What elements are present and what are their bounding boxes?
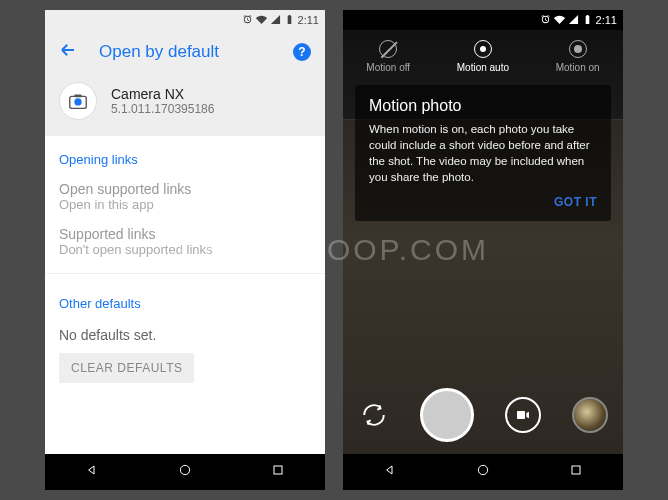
- status-time: 2:11: [298, 14, 319, 26]
- nav-bar: [45, 454, 325, 490]
- tooltip-body: When motion is on, each photo you take c…: [369, 121, 597, 185]
- alarm-icon: [540, 14, 551, 27]
- motion-auto-tab[interactable]: Motion auto: [457, 40, 509, 73]
- svg-point-5: [478, 465, 487, 474]
- opening-links-section: Opening links: [59, 136, 311, 177]
- page-title: Open by default: [99, 42, 271, 62]
- motion-on-icon: [569, 40, 587, 58]
- no-defaults-text: No defaults set.: [59, 321, 311, 353]
- app-name: Camera NX: [111, 86, 214, 102]
- motion-tabs: Motion off Motion auto Motion on: [343, 30, 623, 79]
- svg-point-0: [74, 98, 81, 105]
- nav-home-icon[interactable]: [475, 462, 491, 482]
- divider: [45, 273, 325, 274]
- tab-label: Motion off: [366, 62, 410, 73]
- nav-recents-icon[interactable]: [270, 462, 286, 482]
- nav-back-icon[interactable]: [382, 462, 398, 482]
- pref-title: Supported links: [59, 226, 311, 242]
- other-defaults-section: Other defaults: [59, 280, 311, 321]
- camera-controls: [343, 376, 623, 454]
- nav-back-icon[interactable]: [84, 462, 100, 482]
- gallery-thumbnail[interactable]: [572, 397, 608, 433]
- alarm-icon: [242, 14, 253, 27]
- battery-icon: [284, 14, 295, 27]
- motion-auto-icon: [474, 40, 492, 58]
- supported-links[interactable]: Supported links Don't open supported lin…: [59, 222, 311, 267]
- battery-icon: [582, 14, 593, 27]
- tab-label: Motion on: [556, 62, 600, 73]
- settings-content: Opening links Open supported links Open …: [45, 136, 325, 454]
- status-bar: 2:11: [343, 10, 623, 30]
- status-time: 2:11: [596, 14, 617, 26]
- svg-rect-2: [74, 95, 81, 98]
- camera-viewfinder[interactable]: Motion off Motion auto Motion on Motion …: [343, 30, 623, 454]
- wifi-icon: [554, 14, 565, 27]
- app-info-header: Camera NX 5.1.011.170395186: [45, 74, 325, 136]
- svg-rect-4: [274, 466, 282, 474]
- nav-recents-icon[interactable]: [568, 462, 584, 482]
- got-it-button[interactable]: GOT IT: [369, 195, 597, 209]
- video-mode-button[interactable]: [505, 397, 541, 433]
- svg-point-3: [180, 465, 189, 474]
- open-supported-links[interactable]: Open supported links Open in this app: [59, 177, 311, 222]
- signal-icon: [568, 14, 579, 27]
- shutter-button[interactable]: [420, 388, 474, 442]
- wifi-icon: [256, 14, 267, 27]
- pref-subtitle: Open in this app: [59, 197, 311, 212]
- clear-defaults-button[interactable]: CLEAR DEFAULTS: [59, 353, 194, 383]
- camera-screen: 2:11 Motion off Motion auto Motion on Mo…: [343, 10, 623, 490]
- tab-label: Motion auto: [457, 62, 509, 73]
- app-icon: [59, 82, 97, 120]
- nav-bar: [343, 454, 623, 490]
- svg-rect-6: [572, 466, 580, 474]
- app-bar: Open by default ?: [45, 30, 325, 74]
- motion-off-tab[interactable]: Motion off: [366, 40, 410, 73]
- pref-subtitle: Don't open supported links: [59, 242, 311, 257]
- motion-on-tab[interactable]: Motion on: [556, 40, 600, 73]
- pref-title: Open supported links: [59, 181, 311, 197]
- back-icon[interactable]: [59, 41, 77, 63]
- status-bar: 2:11: [45, 10, 325, 30]
- app-version: 5.1.011.170395186: [111, 102, 214, 116]
- motion-off-icon: [379, 40, 397, 58]
- signal-icon: [270, 14, 281, 27]
- tooltip-title: Motion photo: [369, 97, 597, 115]
- help-icon[interactable]: ?: [293, 43, 311, 61]
- motion-tooltip: Motion photo When motion is on, each pho…: [355, 85, 611, 221]
- nav-home-icon[interactable]: [177, 462, 193, 482]
- switch-camera-icon[interactable]: [359, 400, 389, 430]
- settings-screen: 2:11 Open by default ? Camera NX 5.1.011…: [45, 10, 325, 490]
